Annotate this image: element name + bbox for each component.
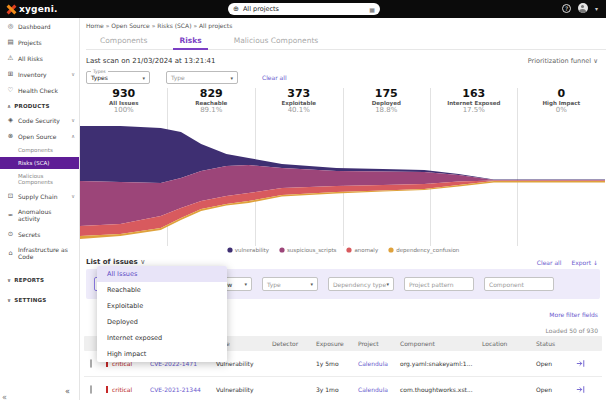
sidebar-item-anomalous-activity[interactable]: ≈ Anomalous activity <box>0 204 79 226</box>
open-issue-icon[interactable] <box>576 359 598 369</box>
chevron-up-icon: ∧ <box>71 133 75 139</box>
dependency-type-select[interactable]: Dependency type ▾ <box>328 277 394 291</box>
issue-exposure: 1y 5mo <box>316 360 358 367</box>
col-component[interactable]: Component <box>400 340 482 347</box>
legend-dot-icon <box>279 247 285 253</box>
project-selector-label: All projects <box>243 5 279 13</box>
issues-clear-all-link[interactable]: Clear all <box>537 259 562 266</box>
tab-malicious-components[interactable]: Malicious Components <box>220 33 333 49</box>
code-security-icon: ◈ <box>7 116 14 124</box>
type-filter-select[interactable]: Type ▾ <box>166 71 238 84</box>
legend-label: vulnerability <box>235 247 269 253</box>
globe-icon: ⊕ <box>233 5 239 13</box>
help-icon[interactable]: ? <box>562 4 571 13</box>
sidebar-item-label: Infrastructure as Code <box>18 246 75 260</box>
col-exposure[interactable]: Exposure <box>316 340 358 347</box>
sidebar-subitem-components[interactable]: Components <box>0 144 79 156</box>
chevron-down-icon: ∨ <box>593 57 598 65</box>
col-location[interactable]: Location <box>482 340 536 347</box>
funnel-stage-all-issues: 930 All Issues 100% <box>80 88 168 116</box>
sidebar-item-inventory[interactable]: ⊞ Inventory ∨ <box>0 66 79 82</box>
funnel-legend: vulnerability suspicious_scripts anomaly… <box>80 247 606 253</box>
sidebar-item-code-security[interactable]: ◈ Code Security ∨ <box>0 112 79 128</box>
list-of-issues-heading[interactable]: List of issues ∨ <box>86 258 145 266</box>
dropdown-option-exploitable[interactable]: Exploitable <box>97 298 227 314</box>
collapse-sidebar-icon[interactable]: « <box>2 393 7 400</box>
stage-count: 163 <box>430 88 518 100</box>
project-switch-icon[interactable]: ▦ <box>369 6 375 13</box>
dropdown-option-high-impact[interactable]: High impact <box>97 346 227 362</box>
project-link[interactable]: Calendula <box>358 360 400 367</box>
open-issue-icon[interactable] <box>576 385 598 395</box>
funnel-stage-deployed: 175 Deployed 18.8% <box>343 88 431 116</box>
issue-type: Vulnerability <box>216 386 272 393</box>
col-detector[interactable]: Detector <box>272 340 316 347</box>
prioritization-funnel-toggle[interactable]: Prioritization funnel ∨ <box>528 57 598 65</box>
row-checkbox[interactable] <box>90 359 92 368</box>
col-status[interactable]: Status <box>536 340 576 347</box>
legend-vulnerability: vulnerability <box>227 247 269 253</box>
cve-link[interactable]: CVE-2021-21344 <box>150 386 216 393</box>
avatar[interactable] <box>578 3 588 13</box>
export-link[interactable]: Export ↓ <box>571 259 598 266</box>
sidebar-item-health-check[interactable]: ♡ Health Check <box>0 82 79 98</box>
collapse-sidebar-icon[interactable]: « <box>65 387 70 396</box>
project-selector[interactable]: ⊕ All projects ▦ <box>228 3 380 15</box>
stage-count: 930 <box>80 88 168 100</box>
xygeni-logo-icon <box>6 5 16 14</box>
sidebar-item-secrets[interactable]: ⊙ Secrets <box>0 226 79 242</box>
sidebar-item-open-source[interactable]: ⊗ Open Source ∧ <box>0 128 79 144</box>
table-row[interactable]: critical CVE-2021-21344 Vulnerability 3y… <box>84 377 602 400</box>
project-pattern-input[interactable] <box>404 277 474 291</box>
issue-component: com.thoughtworks.xst... <box>400 386 482 393</box>
funnel-phase-dropdown-menu: All Issues Reachable Exploitable Deploye… <box>97 266 227 362</box>
types-filter-select[interactable]: Types Types ▾ <box>86 71 150 84</box>
legend-label: suspicious_scripts <box>287 247 336 253</box>
sidebar: ◎ Dashboard ▤ Projects ⚠ All Risks ⊞ Inv… <box>0 18 80 400</box>
sidebar-item-all-risks[interactable]: ⚠ All Risks <box>0 50 79 66</box>
sidebar-section-products[interactable]: ∧ PRODUCTS <box>0 98 79 112</box>
dropdown-option-internet-exposed[interactable]: Internet exposed <box>97 330 227 346</box>
top-bar: xygeni. ⊕ All projects ▦ ? ▾ <box>0 0 606 18</box>
sidebar-section-reports[interactable]: ∨ REPORTS <box>0 272 79 286</box>
stage-count: 373 <box>255 88 343 100</box>
dropdown-option-all-issues[interactable]: All Issues <box>97 266 227 282</box>
sidebar-item-dashboard[interactable]: ◎ Dashboard <box>0 18 79 34</box>
col-project[interactable]: Project <box>358 340 400 347</box>
dropdown-option-deployed[interactable]: Deployed <box>97 314 227 330</box>
more-filter-fields-link[interactable]: More filter fields <box>549 311 598 318</box>
dropdown-option-reachable[interactable]: Reachable <box>97 282 227 298</box>
row-checkbox[interactable] <box>90 385 92 394</box>
caret-down-icon: ▾ <box>386 281 389 287</box>
funnel-clear-all-link[interactable]: Clear all <box>262 74 287 81</box>
anomalous-activity-icon: ≈ <box>7 211 14 219</box>
sidebar-item-label: Health Check <box>18 87 58 94</box>
funnel-stream-chart <box>80 116 605 246</box>
project-link[interactable]: Calendula <box>358 386 400 393</box>
sidebar-item-projects[interactable]: ▤ Projects <box>0 34 79 50</box>
breadcrumb: Home » Open Source » Risks (SCA) » All p… <box>86 22 606 29</box>
sidebar-item-supply-chain[interactable]: ⊡ Supply Chain ∨ <box>0 188 79 204</box>
export-label: Export <box>571 259 591 266</box>
type-select[interactable]: Type ▾ <box>262 277 318 291</box>
sidebar-item-infrastructure-as-code[interactable]: ⌂ Infrastructure as Code <box>0 242 79 264</box>
legend-label: anomaly <box>354 247 378 253</box>
caret-down-icon: ▾ <box>136 75 145 81</box>
avatar-caret-icon[interactable]: ▾ <box>595 5 598 12</box>
issue-status[interactable]: Open <box>536 360 576 367</box>
legend-anomaly: anomaly <box>346 247 378 253</box>
tab-risks[interactable]: Risks <box>165 33 215 49</box>
section-label: PRODUCTS <box>14 103 49 109</box>
legend-dot-icon <box>388 247 394 253</box>
sidebar-item-label: Dashboard <box>18 23 51 30</box>
severity-badge: critical <box>106 386 150 393</box>
sidebar-section-settings[interactable]: ∨ SETTINGS <box>0 292 79 306</box>
sidebar-subitem-malicious-components[interactable]: Malicious Components <box>0 170 79 188</box>
component-input[interactable] <box>484 277 554 291</box>
sidebar-item-label: Projects <box>18 39 42 46</box>
tab-components[interactable]: Components <box>86 33 161 49</box>
legend-dependency-confusion: dependency_confusion <box>388 247 459 253</box>
issue-status[interactable]: Open <box>536 386 576 393</box>
sidebar-subitem-risks-sca[interactable]: Risks (SCA) <box>0 157 79 169</box>
stage-count: 175 <box>343 88 431 100</box>
